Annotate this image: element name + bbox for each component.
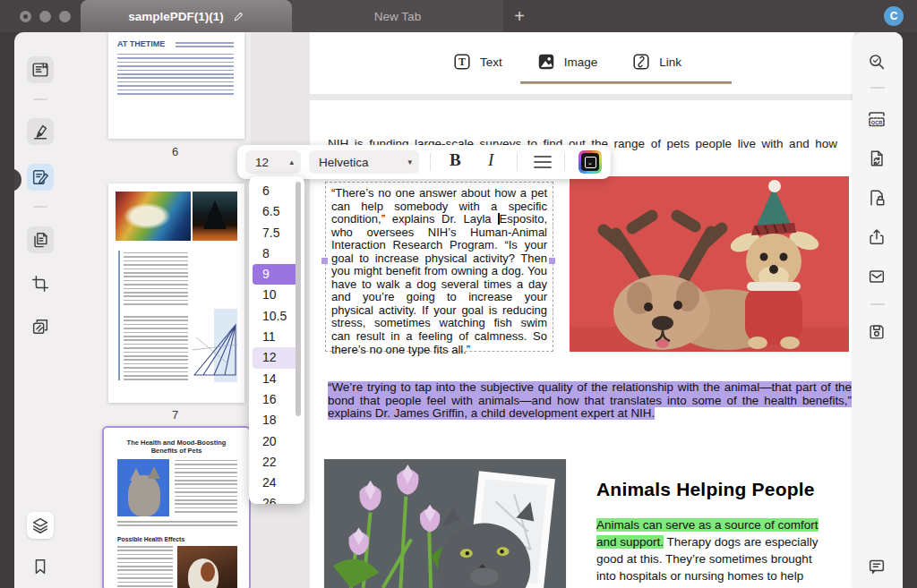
- thumb6-heading: AT THETIME: [117, 39, 165, 48]
- thumb7-rule: [118, 251, 120, 380]
- green-line-rest: Therapy dogs are especially: [664, 535, 818, 549]
- page-number-6: 6: [172, 145, 178, 158]
- link-tool-icon: [631, 52, 651, 72]
- layers-button[interactable]: [27, 512, 54, 539]
- thumbnail-page-7[interactable]: [108, 183, 244, 403]
- bookmark-button[interactable]: [27, 553, 54, 580]
- document-area: NIH is funding large-scale surveys to fi…: [251, 32, 872, 588]
- font-size-option[interactable]: 8: [253, 243, 301, 264]
- add-text-button[interactable]: T Text: [452, 52, 502, 72]
- font-size-option[interactable]: 6: [253, 181, 301, 201]
- font-size-option[interactable]: 20: [253, 431, 301, 452]
- bold-button[interactable]: B: [450, 150, 461, 170]
- font-size-option[interactable]: 10.5: [253, 306, 301, 327]
- rail-divider: [33, 98, 47, 100]
- green-line: and support.: [596, 535, 664, 549]
- font-size-option[interactable]: 11: [253, 327, 301, 347]
- font-size-option[interactable]: 16: [253, 389, 301, 410]
- thumb8-subheading: Possible Health Effects: [117, 536, 184, 542]
- save-button[interactable]: [863, 319, 890, 345]
- search-icon: [867, 52, 887, 72]
- edit-mode-button[interactable]: [27, 164, 54, 191]
- font-size-option[interactable]: 24: [253, 473, 301, 493]
- green-line: good at this. They’re sometimes brought: [596, 551, 831, 568]
- protect-lock-icon: [867, 188, 887, 208]
- textbox-handle-left[interactable]: [321, 258, 328, 264]
- font-size-option[interactable]: 6.5: [253, 201, 301, 222]
- font-color-picker[interactable]: ⌄: [578, 150, 602, 174]
- close-window-button[interactable]: [20, 11, 31, 22]
- green-line: into hospitals or nursing homes to help: [596, 568, 831, 585]
- comment-button[interactable]: [863, 553, 890, 580]
- stamp-button[interactable]: [27, 313, 54, 340]
- layers-icon: [30, 516, 50, 535]
- text-tool-icon: T: [452, 52, 472, 72]
- ocr-button[interactable]: OCR: [863, 106, 890, 132]
- annotate-button[interactable]: [27, 118, 54, 145]
- thumb8-cat-photo: [117, 459, 169, 516]
- titlebar: samplePDF(1)(1) New Tab + C: [0, 0, 917, 32]
- share-icon: [867, 227, 887, 247]
- mail-button[interactable]: [863, 263, 890, 290]
- zoom-window-button[interactable]: [59, 11, 71, 22]
- font-size-option[interactable]: 22: [253, 452, 301, 473]
- ocr-icon: OCR: [866, 108, 887, 130]
- search-button[interactable]: [863, 48, 890, 75]
- chevron-down-icon: ⌄: [585, 157, 596, 168]
- rename-pencil-icon[interactable]: [233, 11, 244, 22]
- font-size-option-selected[interactable]: 12: [253, 347, 301, 368]
- font-family-value: Helvetica: [309, 156, 369, 169]
- add-image-button[interactable]: Image: [536, 52, 598, 72]
- edit-icon: [30, 167, 50, 187]
- font-size-option-hovered[interactable]: 9: [253, 264, 301, 285]
- thumb6-textlines: [117, 54, 234, 97]
- text-button-label: Text: [480, 55, 502, 69]
- pages-icon: [30, 230, 50, 250]
- image-tool-icon: [536, 52, 556, 72]
- link-button-label: Link: [659, 55, 681, 69]
- share-button[interactable]: [863, 224, 890, 251]
- organize-pages-button[interactable]: [27, 226, 54, 253]
- thumb8-textlines: [117, 521, 237, 529]
- font-size-option[interactable]: 18: [253, 410, 301, 430]
- pdf-photo-cat-tulips[interactable]: [323, 459, 567, 588]
- font-size-option[interactable]: 26: [253, 493, 301, 504]
- add-link-button[interactable]: Link: [631, 52, 681, 72]
- add-tab-button[interactable]: +: [507, 4, 532, 29]
- thumbnail-page-8-selected[interactable]: The Health and Mood-Boosting Benefits of…: [102, 426, 251, 588]
- pdf-photo-christmas-dogs[interactable]: [570, 176, 849, 352]
- alignment-button[interactable]: [533, 153, 553, 171]
- pdf-section-heading: Animals Helping People: [596, 479, 815, 500]
- account-avatar[interactable]: C: [884, 6, 904, 26]
- protect-button[interactable]: [863, 184, 890, 211]
- font-size-option[interactable]: 7.5: [253, 223, 301, 243]
- chevron-up-icon: ▴: [289, 158, 301, 166]
- pdf-textbox-selected[interactable]: “There’s no one answer about how a pet c…: [325, 182, 553, 352]
- tab-sample-pdf[interactable]: samplePDF(1)(1): [81, 0, 292, 32]
- font-size-option[interactable]: 10: [253, 285, 301, 305]
- minimize-window-button[interactable]: [39, 11, 51, 22]
- reader-view-icon: [30, 60, 50, 80]
- thumbnail-page-6[interactable]: AT THETIME: [108, 32, 244, 139]
- textbox-handle-right[interactable]: [549, 258, 555, 264]
- stamp-icon: [30, 317, 50, 337]
- convert-button[interactable]: [863, 145, 890, 172]
- purple-line: bond that people feel with animals—and h…: [328, 395, 852, 408]
- thumb7-prism-photo: [193, 192, 237, 241]
- svg-text:OCR: OCR: [871, 120, 882, 125]
- dropdown-scrollbar[interactable]: [296, 182, 301, 416]
- thumb7-textlines: [124, 316, 188, 380]
- toolbar-divider: [517, 153, 518, 171]
- font-family-select[interactable]: Helvetica ▾: [309, 150, 419, 174]
- crop-icon: [30, 274, 50, 294]
- rail-divider: [33, 206, 47, 208]
- purple-line: explains Dr. James Griffin, a child deve…: [328, 406, 655, 420]
- reader-view-button[interactable]: [27, 56, 54, 83]
- font-size-option[interactable]: 14: [253, 369, 301, 389]
- crop-button[interactable]: [27, 270, 54, 297]
- tab-new-tab[interactable]: New Tab: [292, 0, 503, 32]
- italic-button[interactable]: I: [488, 150, 493, 170]
- font-size-select[interactable]: 12 ▴: [245, 150, 301, 174]
- right-toolbar: OCR: [853, 32, 903, 588]
- mail-icon: [867, 267, 887, 286]
